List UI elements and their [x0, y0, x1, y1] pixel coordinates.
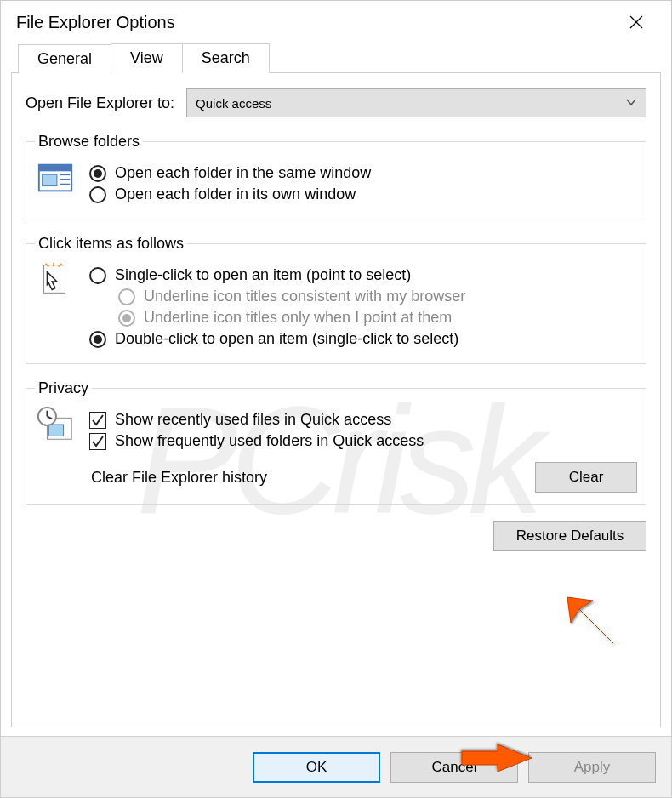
radio-same-window-label: Open each folder in the same window [115, 164, 371, 182]
radio-underline-browser [118, 288, 135, 305]
open-explorer-row: Open File Explorer to: Quick access [26, 88, 646, 117]
checkbox-recent-files-label: Show recently used files in Quick access [115, 411, 391, 429]
open-explorer-label: Open File Explorer to: [26, 94, 174, 112]
svg-rect-3 [39, 165, 71, 172]
folder-window-icon [35, 157, 76, 198]
clear-button[interactable]: Clear [535, 462, 637, 493]
radio-own-window[interactable] [89, 186, 106, 203]
privacy-group: Privacy Show recently used files in Quic… [26, 379, 646, 505]
restore-defaults-button[interactable]: Restore Defaults [493, 521, 646, 551]
checkbox-recent-files[interactable] [89, 412, 106, 429]
radio-underline-browser-label: Underline icon titles consistent with my… [144, 288, 465, 305]
browse-folders-legend: Browse folders [35, 133, 143, 151]
click-items-legend: Click items as follows [35, 235, 187, 253]
radio-double-click[interactable] [89, 331, 106, 348]
tab-search[interactable]: Search [182, 43, 270, 73]
radio-own-window-label: Open each folder in its own window [115, 185, 356, 203]
cancel-button[interactable]: Cancel [390, 752, 518, 783]
dialog-button-bar: OK Cancel Apply [1, 736, 671, 797]
checkbox-frequent-folders[interactable] [89, 433, 106, 450]
radio-same-window[interactable] [89, 165, 106, 182]
dialog-window: File Explorer Options General View Searc… [0, 0, 672, 798]
svg-rect-13 [48, 425, 63, 436]
tab-view[interactable]: View [111, 43, 183, 73]
cursor-click-icon [35, 259, 76, 300]
radio-double-click-label: Double-click to open an item (single-cli… [115, 330, 458, 348]
chevron-down-icon [625, 96, 637, 111]
tab-panel-general: PCrisk Open File Explorer to: Quick acce… [11, 72, 661, 727]
close-button[interactable] [617, 9, 656, 36]
browse-folders-group: Browse folders Open each folder in the s… [26, 133, 646, 219]
window-title: File Explorer Options [16, 13, 175, 32]
radio-underline-point-label: Underline icon titles only when I point … [144, 309, 452, 327]
radio-underline-point [118, 310, 135, 327]
radio-single-click-label: Single-click to open an item (point to s… [115, 266, 411, 284]
checkbox-frequent-folders-label: Show frequently used folders in Quick ac… [115, 432, 424, 450]
privacy-legend: Privacy [35, 379, 92, 397]
ok-button[interactable]: OK [253, 752, 380, 783]
tab-general[interactable]: General [18, 44, 111, 74]
open-explorer-value: Quick access [196, 96, 271, 111]
history-clock-icon [35, 404, 76, 445]
apply-button: Apply [528, 752, 656, 783]
restore-row: Restore Defaults [26, 521, 646, 551]
svg-rect-4 [43, 174, 57, 185]
close-icon [629, 15, 643, 29]
tab-strip: General View Search [1, 43, 671, 73]
titlebar: File Explorer Options [1, 1, 671, 43]
clear-history-label: Clear File Explorer history [91, 469, 267, 487]
radio-single-click[interactable] [89, 267, 106, 284]
open-explorer-dropdown[interactable]: Quick access [186, 88, 646, 117]
click-items-group: Click items as follows Single-click to o… [26, 235, 646, 364]
